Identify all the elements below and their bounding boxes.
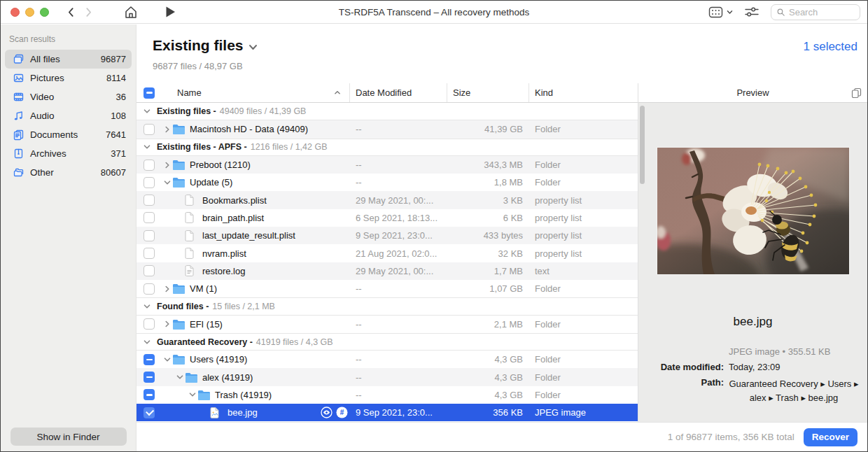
row-checkbox[interactable]	[144, 283, 155, 295]
chevron-down-icon[interactable]	[144, 303, 152, 310]
table-row[interactable]: alex (41919)--4,3 GBFolder	[136, 368, 638, 386]
table-row[interactable]: Trash (41919)--4,3 GBFolder	[136, 386, 638, 404]
group-row[interactable]: Existing files -49409 files / 41,39 GB	[136, 103, 638, 120]
row-checkbox[interactable]	[144, 372, 155, 383]
group-stats: 15 files / 2,1 MB	[212, 302, 275, 311]
kind-cell: property list	[528, 248, 638, 259]
table-row[interactable]: brain_path.plist6 Sep 2021, 18:13...6 KB…	[136, 209, 638, 227]
folder-icon	[197, 390, 212, 400]
results-title-dropdown[interactable]: Existing files	[153, 37, 258, 54]
disclosure-down-icon[interactable]	[187, 391, 197, 398]
date-modified-label: Date modified:	[661, 362, 724, 372]
path-value: Guaranteed Recovery ▸ Users ▸ alex ▸ Tra…	[729, 377, 859, 405]
row-checkbox[interactable]	[144, 230, 155, 241]
date-modified-cell: --	[349, 372, 447, 383]
disclosure-down-icon[interactable]	[162, 179, 172, 186]
row-checkbox[interactable]	[144, 318, 155, 330]
row-checkbox[interactable]	[144, 354, 155, 365]
row-checkbox[interactable]	[144, 212, 155, 223]
row-checkbox[interactable]	[144, 407, 155, 418]
column-header-kind[interactable]: Kind	[528, 83, 638, 102]
sidebar-item-label: Pictures	[30, 73, 64, 83]
row-checkbox[interactable]	[144, 177, 155, 188]
forward-button[interactable]	[80, 3, 98, 20]
disclosure-right-icon[interactable]	[162, 285, 172, 292]
row-checkbox[interactable]	[144, 389, 155, 400]
close-window-button[interactable]	[10, 8, 20, 17]
copy-icon	[851, 87, 862, 99]
row-checkbox[interactable]	[144, 265, 155, 276]
sidebar-item-documents[interactable]: Documents7641	[5, 125, 132, 144]
file-name: Bookmarks.plist	[202, 195, 267, 206]
size-cell: 4,3 GB	[447, 390, 528, 400]
minimize-window-button[interactable]	[25, 8, 34, 17]
file-icon	[185, 230, 200, 241]
checkbox-cell	[136, 283, 162, 295]
search-input[interactable]	[789, 7, 854, 17]
table-row[interactable]: last_update_result.plist9 Sep 2021, 23:0…	[136, 227, 638, 244]
folder-icon	[172, 319, 187, 330]
table-row[interactable]: Bookmarks.plist29 May 2021, 00:...3 KBpr…	[136, 191, 638, 209]
table-row[interactable]: VM (1)--1,07 GBFolder	[136, 280, 638, 297]
group-row[interactable]: Found files -15 files / 2,1 MB	[136, 297, 638, 315]
kind-cell: text	[528, 266, 638, 276]
size-cell: 2,1 MB	[447, 319, 528, 330]
date-modified-cell: 6 Sep 2021, 18:13...	[349, 213, 447, 223]
disclosure-down-icon[interactable]	[174, 374, 185, 381]
table-row[interactable]: Preboot (1210)--343,3 MBFolder	[136, 156, 638, 174]
copy-preview-button[interactable]	[851, 87, 862, 99]
filter-settings-button[interactable]	[744, 6, 760, 18]
chevron-down-icon[interactable]	[144, 108, 152, 115]
search-field[interactable]	[771, 4, 860, 20]
table-row[interactable]: Macintosh HD - Data (49409)--41,39 GBFol…	[136, 120, 638, 138]
disclosure-right-icon[interactable]	[162, 320, 172, 327]
sidebar-item-archives[interactable]: Archives371	[5, 144, 132, 163]
table-row[interactable]: bee.jpg#9 Sep 2021, 23:0...356 KBJPEG im…	[136, 404, 638, 421]
file-name: brain_path.plist	[202, 213, 264, 223]
file-name: last_update_result.plist	[202, 230, 295, 241]
row-checkbox[interactable]	[144, 124, 155, 135]
size-cell: 356 KB	[447, 407, 528, 418]
table-row[interactable]: restore.log29 May 2021, 00:...1,7 MBtext	[136, 262, 638, 280]
selected-count-label: 1 selected	[804, 40, 858, 54]
row-checkbox[interactable]	[144, 160, 155, 171]
sidebar-item-audio[interactable]: Audio108	[5, 106, 132, 125]
recover-button[interactable]: Recover	[804, 428, 858, 446]
column-header-date-modified[interactable]: Date Modified	[349, 83, 447, 102]
view-options-button[interactable]	[708, 6, 733, 18]
show-in-finder-button[interactable]: Show in Finder	[10, 428, 127, 446]
table-row[interactable]: EFI (15)--2,1 MBFolder	[136, 316, 638, 333]
group-row[interactable]: Guaranteed Recovery -41919 files / 4,3 G…	[136, 333, 638, 351]
disclosure-down-icon[interactable]	[162, 356, 172, 363]
folder-icon	[172, 124, 187, 134]
file-name: Users (41919)	[190, 354, 247, 365]
home-button[interactable]	[122, 3, 140, 20]
table-row[interactable]: Users (41919)--4,3 GBFolder	[136, 351, 638, 368]
table-row[interactable]: nvram.plist21 Aug 2021, 02:0...32 KBprop…	[136, 244, 638, 262]
sidebar-item-other[interactable]: Other80607	[5, 163, 132, 182]
disclosure-right-icon[interactable]	[162, 126, 172, 133]
folder-icon	[172, 177, 187, 188]
column-header-name[interactable]: Name	[162, 87, 349, 98]
disclosure-right-icon[interactable]	[162, 162, 172, 169]
kind-cell: property list	[528, 230, 638, 241]
chevron-down-icon[interactable]	[144, 339, 152, 346]
sidebar-item-video[interactable]: Video36	[5, 87, 132, 106]
group-title: Existing files -	[157, 106, 216, 116]
sidebar-item-pictures[interactable]: Pictures8114	[5, 69, 132, 87]
group-row[interactable]: Existing files - APFS -1216 files / 1,42…	[136, 139, 638, 156]
rescan-button[interactable]	[161, 3, 179, 20]
zoom-window-button[interactable]	[40, 8, 49, 17]
table-header: Name Date Modified Size Kind	[136, 83, 638, 103]
back-button[interactable]	[62, 3, 80, 20]
name-cell: restore.log	[162, 265, 349, 276]
row-checkbox[interactable]	[144, 248, 155, 259]
table-row[interactable]: Update (5)--1,8 MBFolder	[136, 174, 638, 191]
sidebar-item-allfiles[interactable]: All files96877	[5, 50, 132, 69]
select-all-checkbox[interactable]	[144, 87, 155, 99]
row-checkbox[interactable]	[144, 195, 155, 206]
sidebar-item-label: Archives	[30, 148, 66, 159]
chevron-down-icon[interactable]	[144, 143, 152, 150]
column-header-size[interactable]: Size	[447, 83, 528, 102]
scrollbar-thumb[interactable]	[640, 106, 645, 184]
